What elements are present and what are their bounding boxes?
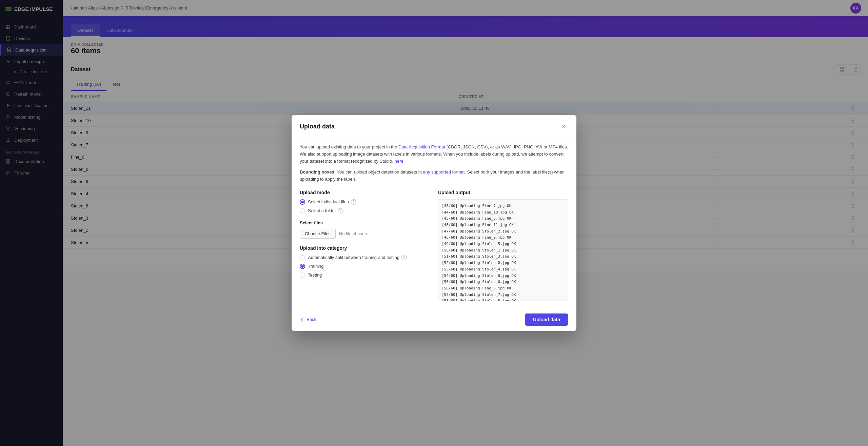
log-line: [57/60] Uploading Stolen_7.jpg OK bbox=[442, 292, 565, 298]
upload-data-modal: Upload data × You can upload existing da… bbox=[292, 115, 576, 331]
radio-folder-indicator bbox=[300, 208, 305, 214]
training-option[interactable]: Training bbox=[300, 264, 430, 269]
choose-files-button[interactable]: Choose Files bbox=[300, 229, 336, 239]
modal-description: You can upload existing data to your pro… bbox=[300, 144, 568, 165]
log-line: [51/60] Uploading Stolen_3.jpg OK bbox=[442, 254, 565, 260]
upload-data-button[interactable]: Upload data bbox=[525, 313, 568, 326]
modal-close-button[interactable]: × bbox=[559, 122, 568, 131]
individual-help-icon[interactable]: ? bbox=[351, 199, 356, 205]
category-section: Upload into category Automatically split… bbox=[300, 245, 430, 278]
log-line: [49/60] Uploading Stolen_5.jpg OK bbox=[442, 241, 565, 247]
right-panel: Upload output [43/60] Uploading Fine_7.j… bbox=[438, 190, 568, 301]
radio-folder-label: Select a folder ? bbox=[308, 208, 343, 214]
no-file-text: No file chosen bbox=[339, 231, 367, 236]
log-line: [46/60] Uploading Fine_11.jpg OK bbox=[442, 222, 565, 228]
data-acquisition-format-link[interactable]: Data Acquisition Format bbox=[398, 144, 445, 149]
supported-format-link[interactable]: any supported format bbox=[423, 169, 465, 175]
radio-testing-label: Testing bbox=[308, 272, 322, 278]
upload-output-title: Upload output bbox=[438, 190, 568, 195]
log-line: [53/60] Uploading Stolen_4.jpg OK bbox=[442, 266, 565, 273]
select-folder-option[interactable]: Select a folder ? bbox=[300, 208, 430, 214]
radio-auto-label: Automatically split between training and… bbox=[308, 255, 407, 260]
log-line: [44/60] Uploading Fine_10.jpg OK bbox=[442, 209, 565, 216]
modal-bbox-description: Bounding boxes: You can upload object de… bbox=[300, 169, 568, 183]
folder-help-icon[interactable]: ? bbox=[338, 208, 343, 214]
log-line: [55/60] Uploading Stolen_0.jpg OK bbox=[442, 279, 565, 285]
radio-training-label: Training bbox=[308, 264, 323, 269]
log-line: [54/60] Uploading Stolen_6.jpg OK bbox=[442, 273, 565, 279]
modal-title: Upload data bbox=[300, 123, 335, 130]
modal-content-grid: Upload mode Select individual files ? bbox=[300, 190, 568, 301]
auto-split-option[interactable]: Automatically split between training and… bbox=[300, 255, 430, 260]
select-files-title: Select files bbox=[300, 220, 430, 225]
upload-into-category-title: Upload into category bbox=[300, 245, 430, 251]
log-line: [43/60] Uploading Fine_7.jpg OK bbox=[442, 203, 565, 209]
log-line: [48/60] Uploading Fine_9.jpg OK bbox=[442, 235, 565, 241]
radio-testing-indicator bbox=[300, 272, 305, 278]
log-line: [56/60] Uploading Fine_6.jpg OK bbox=[442, 285, 565, 292]
log-line: [47/60] Uploading Stolen_2.jpg OK bbox=[442, 228, 565, 235]
upload-output-log: [43/60] Uploading Fine_7.jpg OK [44/60] … bbox=[438, 199, 568, 301]
log-line: [45/60] Uploading Fine_8.jpg OK bbox=[442, 216, 565, 222]
file-input-row: Choose Files No file chosen bbox=[300, 229, 430, 239]
modal-body: You can upload existing data to your pro… bbox=[292, 137, 576, 308]
upload-mode-title: Upload mode bbox=[300, 190, 430, 195]
modal-footer: Back Upload data bbox=[292, 308, 576, 331]
log-line: [50/60] Uploading Stolen_1.jpg OK bbox=[442, 247, 565, 254]
testing-option[interactable]: Testing bbox=[300, 272, 430, 278]
log-line: [52/60] Uploading Stolen_8.jpg OK bbox=[442, 260, 565, 266]
radio-training-indicator bbox=[300, 264, 305, 269]
modal-header: Upload data × bbox=[292, 115, 576, 137]
radio-auto-indicator bbox=[300, 255, 305, 260]
log-line: [58/60] Uploading Stolen_9.jpg OK bbox=[442, 298, 565, 301]
here-link[interactable]: here bbox=[395, 159, 403, 164]
upload-mode-radio-group: Select individual files ? Select a folde… bbox=[300, 199, 430, 214]
category-radio-group: Automatically split between training and… bbox=[300, 255, 430, 278]
radio-individual-indicator bbox=[300, 199, 305, 205]
auto-help-icon[interactable]: ? bbox=[401, 255, 407, 260]
back-button[interactable]: Back bbox=[300, 317, 316, 322]
select-individual-files-option[interactable]: Select individual files ? bbox=[300, 199, 430, 205]
modal-overlay: Upload data × You can upload existing da… bbox=[0, 0, 868, 446]
radio-individual-label: Select individual files ? bbox=[308, 199, 356, 205]
left-panel: Upload mode Select individual files ? bbox=[300, 190, 430, 301]
